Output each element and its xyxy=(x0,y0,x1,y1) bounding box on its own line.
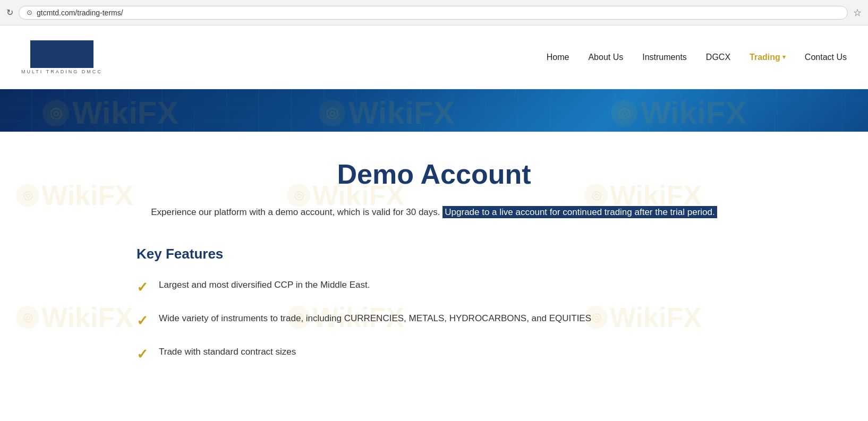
section-title: Key Features xyxy=(137,246,731,262)
list-item: ✓ Wide variety of instruments to trade, … xyxy=(137,312,731,329)
list-item: ✓ Trade with standard contract sizes xyxy=(137,345,731,363)
nav-link-about[interactable]: About Us xyxy=(588,53,623,62)
nav-link-home[interactable]: Home xyxy=(547,53,569,62)
browser-chrome: ↻ ⊙ gtcmtd.com/trading-terms/ ☆ xyxy=(0,0,868,25)
main-content: Demo Account Experience our platform wit… xyxy=(115,132,753,389)
content-area: ◎ WikiFX ◎ WikiFX ◎ WikiFX ◎ WikiFX ◎ Wi… xyxy=(0,132,868,389)
features-list: ✓ Largest and most diversified CCP in th… xyxy=(137,278,731,363)
navbar: GTC MULTI TRADING DMCC Home About Us Ins… xyxy=(0,25,868,89)
page-subtitle: Experience our platform with a demo acco… xyxy=(137,205,731,219)
logo-subtitle: MULTI TRADING DMCC xyxy=(21,69,103,74)
page-title: Demo Account xyxy=(137,158,731,190)
hero-banner: ◎ WikiFX ◎ WikiFX ◎ WikiFX xyxy=(0,89,868,132)
watermark-2: ◎ WikiFX xyxy=(319,94,454,131)
check-icon-3: ✓ xyxy=(137,346,148,363)
list-item: ✓ Largest and most diversified CCP in th… xyxy=(137,278,731,296)
nav-item-trading[interactable]: Trading ▾ xyxy=(750,53,786,62)
nav-links: Home About Us Instruments DGCX Trading ▾… xyxy=(547,53,847,62)
nav-link-dgcx[interactable]: DGCX xyxy=(706,53,730,62)
feature-text-2: Wide variety of instruments to trade, in… xyxy=(159,312,591,325)
watermark-3: ◎ WikiFX xyxy=(611,94,746,131)
site-icon: ⊙ xyxy=(27,8,32,16)
nav-item-home[interactable]: Home xyxy=(547,53,569,62)
nav-link-instruments[interactable]: Instruments xyxy=(642,53,687,62)
subtitle-normal: Experience our platform with a demo acco… xyxy=(151,207,440,217)
nav-link-trading[interactable]: Trading ▾ xyxy=(750,53,786,62)
bookmark-icon[interactable]: ☆ xyxy=(853,7,862,19)
reload-button[interactable]: ↻ xyxy=(6,7,13,18)
nav-item-instruments[interactable]: Instruments xyxy=(642,53,687,62)
feature-text-3: Trade with standard contract sizes xyxy=(159,345,296,359)
nav-item-about[interactable]: About Us xyxy=(588,53,623,62)
logo[interactable]: GTC MULTI TRADING DMCC xyxy=(21,40,103,74)
logo-text: GTC xyxy=(37,42,87,65)
chevron-down-icon: ▾ xyxy=(782,54,786,61)
feature-text-1: Largest and most diversified CCP in the … xyxy=(159,278,370,292)
watermark-1: ◎ WikiFX xyxy=(42,94,178,131)
subtitle-highlight: Upgrade to a live account for continued … xyxy=(442,206,717,218)
url-text: gtcmtd.com/trading-terms/ xyxy=(37,8,123,17)
url-bar[interactable]: ⊙ gtcmtd.com/trading-terms/ xyxy=(19,6,848,20)
check-icon-2: ✓ xyxy=(137,313,148,329)
nav-item-contact[interactable]: Contact Us xyxy=(805,53,847,62)
nav-link-contact[interactable]: Contact Us xyxy=(805,53,847,62)
nav-item-dgcx[interactable]: DGCX xyxy=(706,53,730,62)
check-icon-1: ✓ xyxy=(137,279,148,296)
